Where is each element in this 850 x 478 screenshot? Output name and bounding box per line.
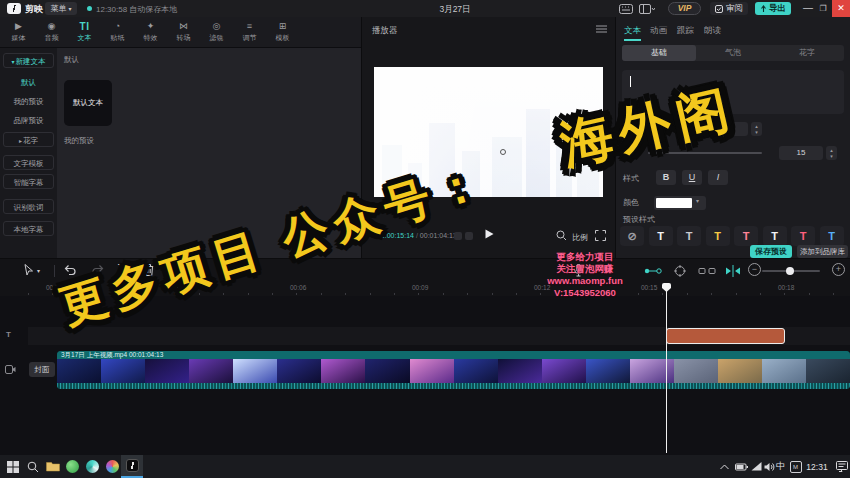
player-option-icon[interactable] [454, 232, 462, 240]
taskbar-search-icon[interactable] [24, 458, 41, 475]
taskbar-app-green-icon[interactable] [64, 458, 81, 475]
style-tile-outline[interactable]: T [677, 226, 701, 246]
vip-button[interactable]: VIP [668, 2, 701, 15]
sidebar-item-my-presets[interactable]: 我的预设 [3, 94, 54, 109]
style-tile-none[interactable]: ⊘ [620, 226, 644, 246]
tab-text[interactable]: TI文本 [68, 20, 101, 46]
default-text-card[interactable]: 默认文本 [64, 80, 112, 126]
menu-button[interactable]: 菜单 ▾ [45, 2, 77, 15]
tab-sticker[interactable]: ◔贴纸 [101, 20, 134, 46]
effects-icon: ✦ [134, 20, 167, 33]
player-option-icon[interactable] [465, 232, 473, 240]
clip-name: 3月17日 上午视频.mp4 00:01:04:13 [57, 351, 850, 359]
fullscreen-icon[interactable] [595, 230, 606, 241]
subtab-fancy[interactable]: 花字 [770, 45, 844, 61]
clip-waveform [57, 383, 850, 389]
italic-button[interactable]: I [708, 170, 728, 185]
style-tile-yellow[interactable]: T [706, 226, 730, 246]
subtab-basic[interactable]: 基础 [622, 45, 696, 61]
sidebar-item-local-captions[interactable]: 本地字幕 [3, 221, 54, 236]
sidebar-item-default[interactable]: 默认 [3, 75, 54, 90]
tab-filters[interactable]: ◎滤镜 [200, 20, 233, 46]
close-button[interactable]: ✕ [832, 0, 850, 17]
text-clip[interactable] [666, 328, 785, 344]
taskbar-capcut-active-icon[interactable] [121, 455, 143, 478]
zoom-slider-handle[interactable] [786, 267, 794, 275]
video-clip[interactable]: 3月17日 上午视频.mp4 00:01:04:13 [57, 351, 850, 389]
inspector-tab-speech[interactable]: 朗读 [704, 25, 721, 37]
ruler-tick-label: 00:06 [290, 284, 306, 291]
ruler-tick-label: 00:15 [641, 284, 657, 291]
style-tile-white[interactable]: T [649, 226, 673, 246]
style-tile-white-shadow[interactable]: T [763, 226, 787, 246]
keyframe-toggle-icon[interactable] [644, 265, 662, 277]
inspector-tab-animation[interactable]: 动画 [650, 25, 667, 37]
style-tile-pink[interactable]: T [791, 226, 815, 246]
zoom-out-icon[interactable]: − [748, 263, 761, 276]
autosave-status-icon [87, 6, 92, 11]
sidebar-item-brand-presets[interactable]: 品牌预设 [3, 113, 54, 128]
inspector-tab-text[interactable]: 文本 [624, 25, 641, 41]
zoom-in-icon[interactable]: + [832, 263, 845, 276]
select-tool-icon[interactable] [24, 264, 34, 276]
add-to-brand-button[interactable]: 添加到品牌库 [797, 245, 848, 258]
size-value-stepper[interactable]: ▴▾ [826, 146, 837, 160]
total-duration: 00:01:04:13 [420, 232, 457, 239]
file-explorer-icon[interactable] [44, 458, 61, 475]
subtab-bubble[interactable]: 气泡 [696, 45, 770, 61]
color-swatch [656, 198, 692, 208]
taskbar-app-teal-icon[interactable] [84, 458, 101, 475]
magnetic-toggle-icon[interactable] [672, 265, 690, 277]
maximize-button[interactable]: ❐ [816, 1, 830, 16]
font-size-stepper[interactable]: ▴▾ [751, 122, 762, 136]
cover-button[interactable]: 封面 [29, 362, 55, 377]
minimize-button[interactable]: — [801, 1, 815, 16]
chevron-down-icon: ▾ [696, 197, 699, 204]
layout-switch-icon[interactable] [639, 4, 653, 14]
tab-media[interactable]: ▶媒体 [2, 20, 35, 46]
tab-audio[interactable]: ◉音频 [35, 20, 68, 46]
playhead-line[interactable] [666, 283, 667, 453]
color-picker[interactable]: ▾ [654, 196, 706, 210]
taskbar-app-color-icon[interactable] [104, 458, 121, 475]
play-button[interactable] [485, 229, 494, 239]
review-button[interactable]: 审阅 [710, 2, 748, 15]
text-track-icon: T [6, 330, 11, 339]
sidebar-item-new-text[interactable]: ▾新建文本 [3, 53, 54, 68]
tab-transitions[interactable]: ⋈转场 [167, 20, 200, 46]
style-tile-pink-outline[interactable]: T [734, 226, 758, 246]
audio-icon: ◉ [35, 20, 68, 33]
preview-axis-toggle-icon[interactable] [724, 265, 742, 277]
start-button[interactable] [4, 458, 21, 475]
preview-zoom-icon[interactable] [556, 230, 567, 241]
ime-mode-icon[interactable]: M [787, 458, 804, 475]
select-tool-chevron-icon[interactable]: ▾ [37, 267, 40, 274]
size-value-input[interactable]: 15 [779, 146, 823, 160]
sidebar-item-text-templates[interactable]: 文字模板 [3, 155, 54, 170]
windows-taskbar: 中 M 12:31 [0, 455, 850, 478]
inspector-tab-tracking[interactable]: 跟踪 [677, 25, 694, 37]
shortcut-keys-icon[interactable] [619, 4, 633, 14]
style-tile-blue[interactable]: T [820, 226, 844, 246]
player-menu-icon[interactable] [596, 25, 607, 33]
tray-chevron-up-icon[interactable] [716, 458, 733, 475]
notification-center-icon[interactable] [833, 458, 850, 475]
timeline-zoom-slider[interactable] [762, 270, 820, 272]
sidebar-item-lyrics-recognition[interactable]: 识别歌词 [3, 199, 54, 214]
export-button[interactable]: 导出 [755, 2, 791, 15]
sidebar-item-auto-captions[interactable]: 智能字幕 [3, 174, 54, 189]
tab-templates[interactable]: ⊞模板 [266, 20, 299, 46]
chevron-down-icon: ▾ [69, 6, 72, 12]
taskbar-clock[interactable]: 12:31 [804, 458, 830, 475]
tab-adjust[interactable]: ≡调节 [233, 20, 266, 46]
section-default-label: 默认 [64, 55, 79, 65]
bold-button[interactable]: B [656, 170, 676, 185]
app-name: 剪映 [25, 3, 43, 16]
tab-effects[interactable]: ✦特效 [134, 20, 167, 46]
document-title: 3月27日 [375, 4, 535, 16]
underline-button[interactable]: U [682, 170, 702, 185]
linking-toggle-icon[interactable] [698, 265, 716, 277]
sidebar-item-fancy-text[interactable]: ▸花字 [3, 132, 54, 147]
save-preset-button[interactable]: 保存预设 [750, 245, 792, 258]
aspect-ratio-button[interactable]: 比例 [572, 232, 588, 243]
